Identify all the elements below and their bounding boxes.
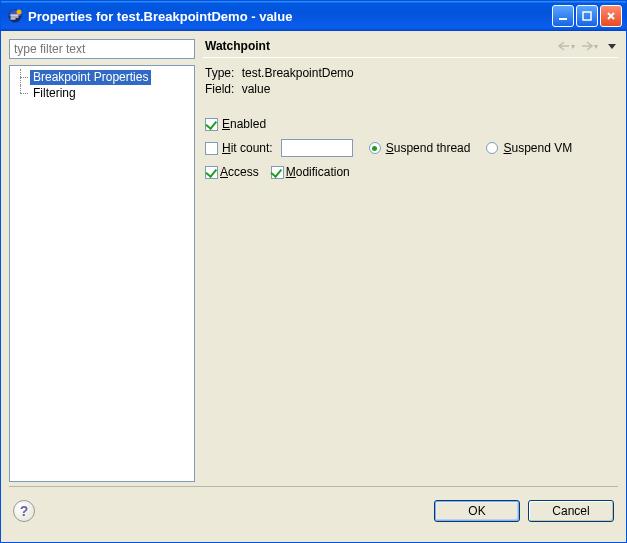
svg-rect-5 [559,18,567,20]
hitcount-checkbox[interactable] [205,142,218,155]
dialog-window: Properties for test.BreakpointDemo - val… [0,0,627,543]
tree-branch-icon [16,85,30,101]
window-title: Properties for test.BreakpointDemo - val… [28,9,552,24]
maximize-button[interactable] [576,5,598,27]
category-tree[interactable]: Breakpoint Properties Filtering [9,65,195,482]
type-label: Type: [205,66,234,80]
app-icon [7,8,23,24]
suspend-vm-radio[interactable] [486,142,498,154]
ok-button[interactable]: OK [434,500,520,522]
view-menu-button[interactable] [608,44,616,49]
chevron-down-icon: ▾ [594,42,598,51]
suspend-thread-radio[interactable] [369,142,381,154]
button-bar: ? OK Cancel [9,486,618,534]
svg-rect-3 [11,18,16,19]
tree-item-breakpoint-properties[interactable]: Breakpoint Properties [12,69,192,85]
suspend-vm-label: Suspend VM [503,141,572,155]
help-button[interactable]: ? [13,500,35,522]
filter-input[interactable] [9,39,195,59]
content-body: Type: test.BreakpointDemo Field: value E… [203,64,618,482]
nav-forward-button[interactable]: ▾ [581,41,598,51]
svg-point-4 [17,10,22,15]
enabled-checkbox[interactable] [205,118,218,131]
client-area: Breakpoint Properties Filtering Watchpoi… [1,31,626,542]
sidebar: Breakpoint Properties Filtering [9,39,195,482]
content-pane: Watchpoint ▾ ▾ [203,39,618,482]
modification-label: Modification [286,165,350,179]
access-label: Access [220,165,259,179]
svg-rect-1 [11,15,19,16]
tree-label: Breakpoint Properties [30,70,151,85]
field-value: value [242,82,271,96]
hitcount-input[interactable] [281,139,353,157]
modification-checkbox[interactable] [271,166,284,179]
hitcount-label: Hit count: [222,141,273,155]
page-title: Watchpoint [205,39,558,53]
svg-rect-6 [583,12,591,20]
minimize-button[interactable] [552,5,574,27]
titlebar[interactable]: Properties for test.BreakpointDemo - val… [1,1,626,31]
suspend-thread-label: Suspend thread [386,141,471,155]
close-button[interactable] [600,5,622,27]
svg-rect-2 [11,16,19,17]
tree-label: Filtering [30,86,79,101]
tree-item-filtering[interactable]: Filtering [12,85,192,101]
cancel-button[interactable]: Cancel [528,500,614,522]
chevron-down-icon: ▾ [571,42,575,51]
access-checkbox[interactable] [205,166,218,179]
enabled-label: Enabled [222,117,266,131]
tree-branch-icon [16,69,30,85]
type-value: test.BreakpointDemo [242,66,354,80]
nav-back-button[interactable]: ▾ [558,41,575,51]
field-label: Field: [205,82,234,96]
divider [203,57,618,58]
